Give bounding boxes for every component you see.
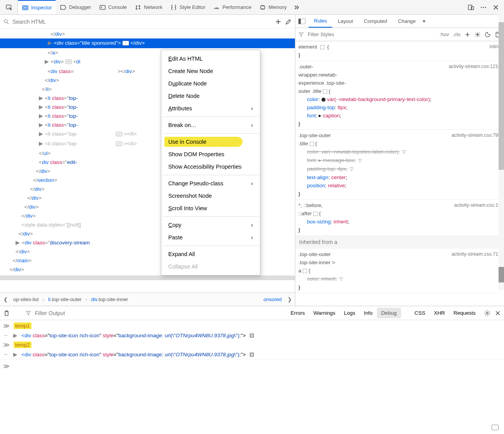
breadcrumb-scroll-left[interactable]: ❮ (0, 296, 11, 302)
svg-point-15 (476, 33, 478, 35)
svg-rect-1 (23, 5, 28, 10)
console-prompt[interactable]: ≫ (0, 359, 504, 371)
ctx-delete[interactable]: Delete Node (161, 90, 260, 102)
console-result-row[interactable]: ←▶ <div class="top-site-icon rich-icon" … (0, 331, 504, 340)
ctx-pseudo[interactable]: Change Pseudo-class› (161, 177, 260, 190)
tab-label: Debugger (69, 4, 91, 10)
breadcrumb-scroll-right[interactable]: ❯ (284, 296, 295, 302)
ctx-edit-html[interactable]: Edit As HTML (161, 52, 260, 65)
svg-rect-14 (298, 19, 301, 24)
toggle-3pane-icon[interactable] (295, 19, 309, 24)
editor-mode-icon[interactable] (492, 425, 499, 430)
ctx-copy[interactable]: Copy› (161, 219, 260, 231)
add-node-icon[interactable] (275, 18, 282, 25)
performance-icon (213, 4, 220, 11)
console-expr: temp1 (14, 322, 31, 329)
search-html-input[interactable] (12, 19, 272, 25)
console-settings-icon[interactable] (484, 310, 491, 317)
filter-styles-input[interactable] (308, 31, 436, 37)
trash-icon[interactable] (3, 310, 10, 317)
tab-label: Inspector (31, 5, 52, 10)
memory-icon (259, 4, 266, 11)
meatballs-icon[interactable] (480, 4, 487, 11)
svg-rect-0 (6, 5, 11, 9)
filter-logs[interactable]: Logs (340, 308, 359, 318)
tab-network[interactable]: Network (131, 0, 166, 14)
devtools-toolbar: Inspector Debugger Console Network Style… (0, 0, 504, 15)
cls-toggle[interactable]: .cls (453, 31, 461, 37)
filter-warnings[interactable]: Warnings (309, 308, 340, 318)
close-icon[interactable] (492, 4, 499, 11)
filter-debug[interactable]: Debug (377, 308, 401, 318)
funnel-icon (298, 32, 304, 37)
filter-output-input[interactable] (35, 310, 283, 316)
svg-rect-2 (24, 7, 27, 9)
hov-toggle[interactable]: :hov (439, 31, 449, 37)
svg-point-8 (481, 7, 482, 8)
dark-scheme-icon[interactable] (485, 31, 491, 38)
inspect-node-icon[interactable]: ⊡ (249, 351, 254, 357)
tab-style-editor[interactable]: Style Editor (166, 0, 209, 14)
breadcrumb-item[interactable]: op-sites-list (11, 296, 41, 302)
ctx-attributes[interactable]: Attributes› (161, 102, 260, 115)
ctx-paste[interactable]: Paste› (161, 231, 260, 244)
light-scheme-icon[interactable] (474, 31, 481, 38)
svg-rect-5 (261, 6, 265, 9)
ctx-screenshot[interactable]: Screenshot Node (161, 190, 260, 202)
search-icon (3, 19, 9, 25)
filter-requests[interactable]: Requests (449, 308, 480, 318)
ctx-show-a11y[interactable]: Show Accessibility Properties (161, 160, 260, 173)
tab-performance[interactable]: Performance (209, 0, 255, 14)
svg-line-12 (7, 23, 9, 24)
filter-errors[interactable]: Errors (286, 308, 309, 318)
ctx-use-in-console[interactable]: Use in Console (161, 136, 260, 148)
breadcrumb-item[interactable]: onsored (261, 296, 284, 302)
tab-memory[interactable]: Memory (255, 0, 291, 14)
ctx-scroll-into[interactable]: Scroll Into View (161, 202, 260, 214)
ctx-collapse-all: Collapse All (161, 260, 260, 273)
rules-tab-layout[interactable]: Layout (332, 15, 358, 28)
ctx-create-node[interactable]: Create New Node (161, 65, 260, 77)
tab-debugger[interactable]: Debugger (56, 0, 95, 14)
tab-label: Console (108, 4, 127, 10)
inspect-node-icon[interactable]: ⊡ (249, 332, 254, 338)
ctx-break-on[interactable]: Break on…› (161, 119, 260, 131)
node-context-menu: Edit As HTML Create New Node Duplicate N… (161, 50, 260, 275)
responsive-design-icon[interactable] (467, 4, 474, 11)
inherited-header: Inherited from a (295, 236, 504, 249)
breadcrumb-item[interactable]: div.top-site-inner (89, 296, 130, 302)
eyedropper-icon[interactable] (285, 18, 292, 25)
picker-icon (5, 4, 12, 11)
rules-tab-changes[interactable]: Change (392, 15, 421, 28)
breadcrumbs[interactable]: ❮ op-sites-list › li.top-site-outer › di… (0, 293, 295, 306)
style-editor-icon (170, 4, 177, 11)
tab-console[interactable]: Console (95, 0, 131, 14)
filter-info[interactable]: Info (359, 308, 377, 318)
ctx-duplicate[interactable]: Duplicate Node (161, 77, 260, 90)
tab-inspector[interactable]: Inspector (18, 0, 56, 14)
rules-pane: Rules Layout Computed Change ▾ :hov .cls… (295, 15, 504, 306)
filter-xhr[interactable]: XHR (429, 308, 449, 318)
selected-node[interactable]: ▶ <div class="title sponsored"> ⋯ </div> (0, 38, 295, 48)
debugger-icon (59, 4, 66, 11)
close-split-console-icon[interactable] (495, 310, 501, 316)
funnel-icon (26, 310, 31, 316)
rules-tab-rules[interactable]: Rules (309, 15, 332, 28)
network-icon (134, 4, 141, 11)
tab-label: Network (144, 4, 162, 10)
console-result-row[interactable]: ←▶ <div class="top-site-icon rich-icon" … (0, 350, 504, 359)
tabs-overflow[interactable] (291, 0, 302, 14)
element-picker-button[interactable] (0, 0, 18, 14)
chevron-double-right-icon (293, 4, 300, 11)
scrollbar[interactable] (499, 14, 504, 290)
ctx-expand-all[interactable]: Expand All (161, 248, 260, 260)
rules-tab-computed[interactable]: Computed (358, 15, 392, 28)
console-output: ≫temp1 ←▶ <div class="top-site-icon rich… (0, 320, 504, 372)
ctx-show-dom[interactable]: Show DOM Properties (161, 148, 260, 160)
breadcrumb-item[interactable]: li.top-site-outer (46, 296, 84, 302)
svg-rect-3 (100, 5, 105, 9)
tab-label: Memory (269, 4, 287, 10)
filter-css[interactable]: CSS (410, 308, 430, 318)
console-toolbar: Errors Warnings Logs Info Debug CSS XHR … (0, 306, 504, 320)
add-rule-icon[interactable] (464, 31, 471, 38)
